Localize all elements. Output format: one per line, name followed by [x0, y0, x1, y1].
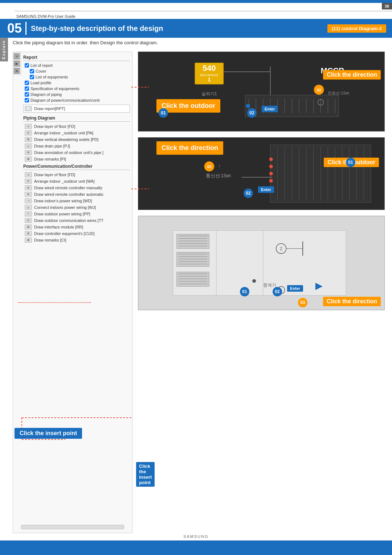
grid-icon[interactable]: ⊞	[14, 68, 20, 74]
svg-text:540: 540	[203, 64, 216, 73]
checkbox-power-comm[interactable]	[25, 98, 29, 102]
power-item-4[interactable]: ⊣ Draw indoor's power wiring [WD]	[23, 198, 130, 204]
top-accent-bar	[0, 0, 392, 3]
mid-diagram-section: 통신선:1Set 03 ↑ Click the direction Click …	[138, 137, 385, 210]
power-item-3[interactable]: ⊕ Draw wired remote controller automatic	[23, 191, 130, 198]
enter-label-top: Enter	[262, 106, 278, 112]
label-load: Load profile	[30, 81, 52, 85]
power-item-10[interactable]: ⊠ Draw remarks [CI]	[23, 237, 130, 243]
outdoor-power-icon: ⊤	[25, 211, 32, 216]
piping-item-2[interactable]: ⊞ Draw vertical dewatering oulets [PD]	[23, 136, 130, 143]
label-list-of-report: List of report	[30, 63, 53, 68]
list-item-report[interactable]: List of report	[23, 62, 130, 68]
svg-point-81	[252, 279, 256, 283]
chapter-number: 05	[7, 22, 22, 35]
checkbox-cover[interactable]	[30, 69, 34, 73]
power-item-7[interactable]: ⊡ Draw outdoor communication wires [TT	[23, 217, 130, 224]
piping-item-3[interactable]: ∞ Draw drain pipe [PJ]	[23, 143, 130, 149]
svg-point-24	[246, 104, 250, 108]
svg-rect-58	[177, 234, 209, 249]
outdoor-comm-icon: ⊡	[25, 218, 32, 223]
brand-area: SAMSUNG	[0, 533, 392, 540]
svg-text:↑: ↑	[218, 163, 221, 169]
label-piping: Diagram of piping	[30, 92, 62, 97]
power-item-2[interactable]: ⊛ Draw wired remote controller manually	[23, 185, 130, 191]
list-item-spec[interactable]: Specification of equipments	[23, 86, 130, 92]
label-spec: Specification of equipments	[30, 86, 79, 91]
piping-section-header: Piping Diagram	[23, 114, 130, 122]
panel-scrollbar[interactable]	[21, 525, 124, 529]
piping-item-0[interactable]: ≡ Draw layer of floor [FD]	[23, 123, 130, 130]
insert-point-label: Click the insert point	[20, 430, 77, 436]
svg-text:03: 03	[317, 88, 321, 92]
header-text: SAMSUNG DVM-Pro User Guide	[15, 14, 75, 19]
svg-text:03: 03	[207, 165, 211, 169]
step-01-bot: 01	[240, 287, 249, 296]
top-diagram-section: 540 RD.HHXH2 1 실외기1 MCCB	[138, 52, 385, 131]
draw-report-item[interactable]: 📄 Draw report[RPT]	[23, 105, 130, 113]
chapter-divider	[25, 22, 26, 35]
report-section-header: Report	[23, 53, 130, 61]
bot-diagram-svg: 2 중계기 3	[138, 216, 384, 310]
page-number: 38	[382, 3, 392, 9]
power-item-9[interactable]: ⊞ Draw controller equpment's [CUD]	[23, 230, 130, 237]
arrange-icon: ⊡	[25, 130, 32, 135]
piping-item-5[interactable]: ⊠ Draw remarks [PI]	[23, 156, 130, 162]
checkbox-piping[interactable]	[25, 92, 29, 97]
footer-bar	[0, 540, 392, 555]
interface-icon: ⊠	[25, 224, 32, 230]
wired-remote-icon: ⊛	[25, 185, 32, 190]
svg-point-45	[269, 165, 273, 168]
insert-point-button[interactable]: Click the insert point	[15, 428, 82, 439]
label-power-comm: Diagram of power/communication/contr	[30, 98, 100, 102]
connect-indoors-icon: ∞	[25, 205, 32, 210]
enter-label-bot: Enter	[287, 285, 303, 292]
label-equipment: List of equipments	[36, 75, 68, 79]
power-item-8[interactable]: ⊠ Draw interface module [RR]	[23, 224, 130, 230]
controller-icon: ⊞	[25, 231, 32, 236]
list-item-equipment[interactable]: List of equipments	[23, 74, 130, 80]
list-item-load[interactable]: Load profile	[23, 80, 130, 86]
power-item-0[interactable]: ≡ Draw layer of floor [FD]	[23, 171, 130, 178]
power-item-1[interactable]: ⊡ Arrange indoor _outdoor unit [WA]	[23, 178, 130, 185]
header-line: SAMSUNG DVM-Pro User Guide	[15, 11, 392, 19]
chapter-title: Step-by-step description of the design	[31, 24, 327, 33]
checkbox-list-of-report[interactable]	[25, 63, 29, 68]
label-cover: Cover	[36, 69, 46, 73]
step-02-bot: 02	[273, 287, 282, 296]
callout-direction-bot: Click the direction	[323, 297, 381, 306]
list-item-power-comm[interactable]: Diagram of power/communication/contr	[23, 97, 130, 103]
close-icon[interactable]: ✕	[14, 53, 20, 59]
list-item-cover[interactable]: Cover	[23, 68, 130, 74]
mid-diagram: 통신선:1Set 03 ↑ Click the direction Click …	[138, 137, 385, 210]
piping-item-4[interactable]: ⊟ Draw annotation of outdoor unit's pipe…	[23, 149, 130, 156]
arrange-icon-2: ⊡	[25, 179, 32, 184]
step-01-top: 01	[159, 108, 168, 118]
svg-rect-70	[177, 272, 209, 287]
dotted-arrow-line	[18, 302, 91, 303]
remarks-icon-1: ⊠	[25, 238, 32, 243]
svg-text:2: 2	[280, 246, 282, 251]
power-section-header: Power/Communication/Controller	[23, 162, 130, 170]
step-02-mid: 02	[244, 189, 253, 198]
step-01-mid: 01	[346, 158, 355, 167]
forward-icon[interactable]: ▶	[14, 61, 20, 66]
list-item-piping[interactable]: Diagram of piping	[23, 92, 130, 97]
power-item-6[interactable]: ⊤ Draw outdoor power wiring [PP]	[23, 211, 130, 217]
svg-text:통신선:1Set: 통신선:1Set	[206, 173, 231, 178]
checkbox-load[interactable]	[25, 81, 29, 85]
power-item-5[interactable]: ∞ Connect indoors power wiring [WJ]	[23, 204, 130, 211]
piping-item-1[interactable]: ⊡ Arrange indoor _outdoor unit [PA]	[23, 130, 130, 136]
bot-insert-callout: Clicktheinsertpoint	[136, 462, 155, 487]
svg-point-44	[269, 157, 273, 161]
bot-insert-text: Clicktheinsertpoint	[139, 463, 152, 485]
floor-icon-0: ≡	[25, 124, 32, 129]
checkbox-spec[interactable]	[25, 86, 29, 91]
svg-text:↑: ↑	[320, 101, 322, 105]
panel-toolbar: ✕ ▶ ⊞	[13, 52, 21, 75]
vertical-icon: ⊞	[25, 137, 32, 142]
checkbox-equipment[interactable]	[30, 75, 34, 79]
annotation-icon: ⊟	[25, 150, 32, 155]
svg-text:중계기: 중계기	[263, 283, 276, 288]
svg-point-47	[269, 179, 273, 183]
